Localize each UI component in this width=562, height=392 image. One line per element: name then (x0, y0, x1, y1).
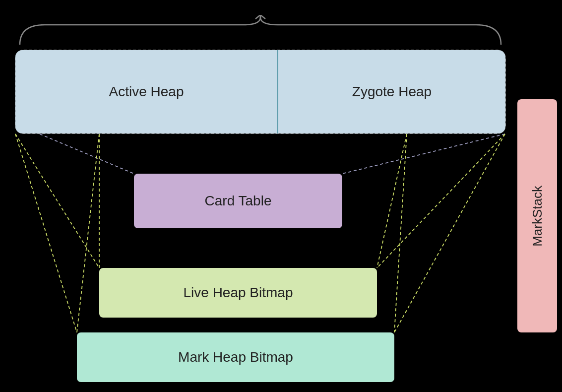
svg-line-10 (394, 134, 505, 332)
svg-line-4 (342, 134, 505, 174)
svg-line-8 (77, 134, 99, 332)
mark-stack: MarkStack (517, 99, 557, 332)
svg-line-11 (377, 134, 407, 268)
active-heap-label: Active Heap (109, 84, 184, 100)
zygote-heap-label: Zygote Heap (352, 84, 432, 100)
svg-line-5 (15, 134, 99, 268)
live-heap-bitmap: Live Heap Bitmap (99, 268, 377, 318)
top-brace-svg (15, 15, 506, 55)
zygote-heap: Zygote Heap (278, 50, 505, 133)
svg-line-12 (394, 134, 407, 332)
svg-line-3 (40, 134, 134, 174)
diagram-container: Active Heap Zygote Heap Card Table Live … (0, 0, 562, 392)
active-heap: Active Heap (15, 50, 278, 133)
card-table-label: Card Table (205, 193, 272, 209)
mark-heap-bitmap: Mark Heap Bitmap (77, 332, 394, 382)
card-table: Card Table (134, 174, 342, 228)
svg-line-2 (260, 15, 265, 19)
svg-line-9 (377, 134, 505, 268)
svg-line-1 (255, 15, 260, 19)
mark-heap-bitmap-label: Mark Heap Bitmap (178, 349, 293, 365)
live-heap-bitmap-label: Live Heap Bitmap (183, 285, 293, 301)
svg-line-6 (15, 134, 77, 332)
mark-stack-label: MarkStack (530, 186, 545, 247)
